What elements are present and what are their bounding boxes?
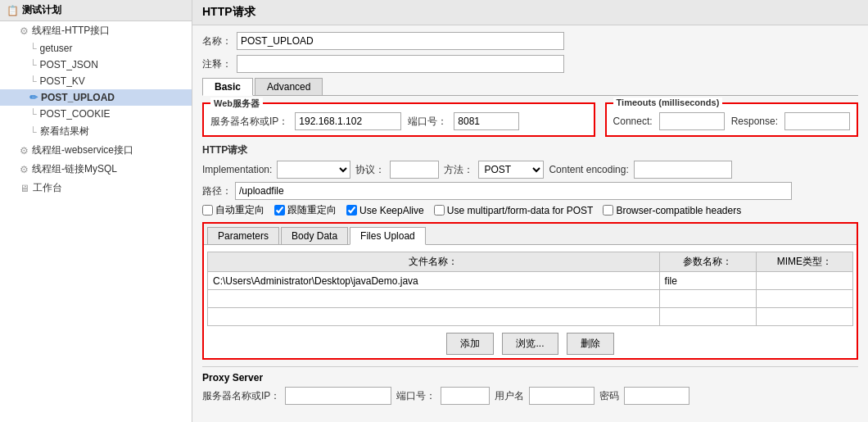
- auto-redirect-check[interactable]: [202, 205, 213, 216]
- gear-icon-2: ⚙: [20, 145, 29, 157]
- checkbox-follow-redirect: 跟随重定向: [274, 203, 337, 217]
- encoding-input[interactable]: [634, 161, 732, 179]
- proxy-pass-input[interactable]: [624, 387, 689, 405]
- tree-line: └: [29, 43, 37, 54]
- sidebar-item-view-result[interactable]: └ 察看结果树: [0, 122, 192, 141]
- tree-line: └: [29, 59, 37, 70]
- col-mime-header: MIME类型：: [756, 252, 852, 272]
- proxy-port-input[interactable]: [441, 387, 490, 405]
- name-label: 名称：: [202, 34, 232, 48]
- proxy-title: Proxy Server: [202, 372, 858, 383]
- table-row: C:\Users\Administrator\Desktop\javaDemo.…: [208, 272, 853, 290]
- sidebar-item-thread-http[interactable]: ⚙ 线程组-HTTP接口: [0, 21, 192, 40]
- name-row: 名称：: [202, 32, 858, 50]
- sidebar-item-getuser[interactable]: └ getuser: [0, 40, 192, 57]
- encoding-label: Content encoding:: [549, 164, 628, 175]
- browse-button[interactable]: 浏览...: [502, 333, 558, 355]
- files-table-container: 文件名称： 参数名称： MIME类型： C:\Users\Administrat…: [204, 248, 857, 358]
- sidebar-item-post-json[interactable]: └ POST_JSON: [0, 57, 192, 73]
- timeouts-box: Timeouts (milliseconds) Connect: Respons…: [605, 102, 858, 137]
- response-label: Response:: [731, 116, 778, 127]
- main-content: 名称： 注释： Basic Advanced Web服务器 服务器名称或IP： …: [192, 25, 868, 422]
- browser-compat-check[interactable]: [603, 205, 613, 216]
- param-cell: file: [659, 272, 756, 290]
- table-row-empty-2: [208, 308, 853, 326]
- timeouts-title: Timeouts (milliseconds): [613, 98, 723, 107]
- action-buttons: 添加 浏览... 删除: [207, 333, 853, 355]
- server-input[interactable]: [295, 112, 401, 130]
- response-input[interactable]: [784, 112, 850, 130]
- monitor-icon: 🖥: [20, 183, 29, 194]
- protocol-label: 协议：: [355, 163, 385, 177]
- checkbox-multipart: Use multipart/form-data for POST: [434, 205, 594, 216]
- proxy-server-input[interactable]: [285, 387, 391, 405]
- filename-cell: C:\Users\Administrator\Desktop\javaDemo.…: [208, 272, 660, 290]
- checkboxes-row: 自动重定向 跟随重定向 Use KeepAlive Use multipart/…: [202, 203, 858, 217]
- tab-parameters[interactable]: Parameters: [207, 227, 279, 244]
- tree-line: └: [29, 75, 37, 87]
- server-label: 服务器名称或IP：: [210, 115, 288, 129]
- comment-row: 注释：: [202, 55, 858, 73]
- main-title: HTTP请求: [192, 0, 868, 25]
- proxy-user-input[interactable]: [529, 387, 594, 405]
- sidebar-item-post-upload[interactable]: ✏ POST_UPLOAD: [0, 89, 192, 106]
- impl-label: Implementation:: [202, 164, 272, 175]
- sidebar-item-label: 工作台: [33, 181, 62, 195]
- col-param-header: 参数名称：: [659, 252, 756, 272]
- gear-icon: ⚙: [20, 25, 29, 37]
- method-label: 方法：: [444, 163, 473, 177]
- port-label: 端口号：: [408, 115, 447, 129]
- port-input[interactable]: [454, 112, 519, 130]
- web-server-box: Web服务器 服务器名称或IP： 端口号：: [202, 102, 595, 137]
- keep-alive-check[interactable]: [346, 205, 357, 216]
- files-table: 文件名称： 参数名称： MIME类型： C:\Users\Administrat…: [207, 252, 853, 326]
- connect-label: Connect:: [613, 116, 653, 127]
- tree-line: └: [29, 126, 37, 138]
- sidebar-item-thread-webservice[interactable]: ⚙ 线程组-webservice接口: [0, 141, 192, 160]
- connect-input[interactable]: [659, 112, 725, 130]
- sidebar-item-post-cookie[interactable]: └ POST_COOKIE: [0, 106, 192, 122]
- impl-select[interactable]: [277, 161, 350, 179]
- tab-advanced[interactable]: Advanced: [255, 78, 323, 95]
- inner-tabs: Parameters Body Data Files Upload: [204, 224, 857, 245]
- checkbox-browser-compat: Browser-compatible headers: [603, 205, 741, 216]
- pencil-icon: ✏: [29, 92, 38, 103]
- proxy-section: Proxy Server 服务器名称或IP： 端口号： 用户名 密码: [202, 366, 858, 405]
- tree-line: └: [29, 108, 37, 120]
- name-input[interactable]: [237, 32, 564, 50]
- sidebar-item-label: POST_KV: [40, 75, 85, 87]
- protocol-input[interactable]: [390, 161, 439, 179]
- main-panel: HTTP请求 名称： 注释： Basic Advanced Web服务器 服务器…: [192, 0, 868, 422]
- sidebar-item-label: POST_UPLOAD: [41, 92, 115, 103]
- add-button[interactable]: 添加: [446, 333, 494, 355]
- delete-button[interactable]: 删除: [567, 333, 614, 355]
- sidebar-item-label: 察看结果树: [40, 125, 89, 138]
- proxy-server-label: 服务器名称或IP：: [202, 389, 280, 403]
- test-plan-icon: 📋: [7, 5, 19, 16]
- sidebar-item-workbench[interactable]: 🖥 工作台: [0, 179, 192, 197]
- mime-cell: [756, 272, 852, 290]
- comment-input[interactable]: [237, 55, 564, 73]
- follow-redirect-check[interactable]: [274, 205, 285, 216]
- web-server-title: Web服务器: [210, 98, 263, 110]
- sidebar-item-label: POST_COOKIE: [40, 108, 111, 120]
- path-label: 路径：: [202, 184, 232, 198]
- multipart-check[interactable]: [434, 205, 445, 216]
- proxy-pass-label: 密码: [599, 389, 619, 403]
- files-section-box: Parameters Body Data Files Upload 文件名称： …: [202, 222, 858, 360]
- method-select[interactable]: POST GET: [478, 161, 544, 179]
- tab-body-data[interactable]: Body Data: [281, 227, 348, 244]
- sidebar-item-post-kv[interactable]: └ POST_KV: [0, 73, 192, 89]
- sidebar: 📋 测试计划 ⚙ 线程组-HTTP接口 └ getuser └ POST_JSO…: [0, 0, 192, 422]
- proxy-user-label: 用户名: [495, 389, 524, 403]
- main-tabs: Basic Advanced: [202, 78, 858, 96]
- browser-compat-label: Browser-compatible headers: [616, 205, 741, 216]
- tab-files-upload[interactable]: Files Upload: [350, 227, 426, 245]
- keep-alive-label: Use KeepAlive: [359, 205, 424, 216]
- auto-redirect-label: 自动重定向: [215, 203, 264, 217]
- path-input[interactable]: [235, 182, 792, 200]
- sidebar-item-label: 线程组-链接MySQL: [32, 162, 117, 176]
- sidebar-item-label: getuser: [40, 43, 73, 54]
- sidebar-item-thread-mysql[interactable]: ⚙ 线程组-链接MySQL: [0, 160, 192, 179]
- tab-basic[interactable]: Basic: [202, 78, 253, 96]
